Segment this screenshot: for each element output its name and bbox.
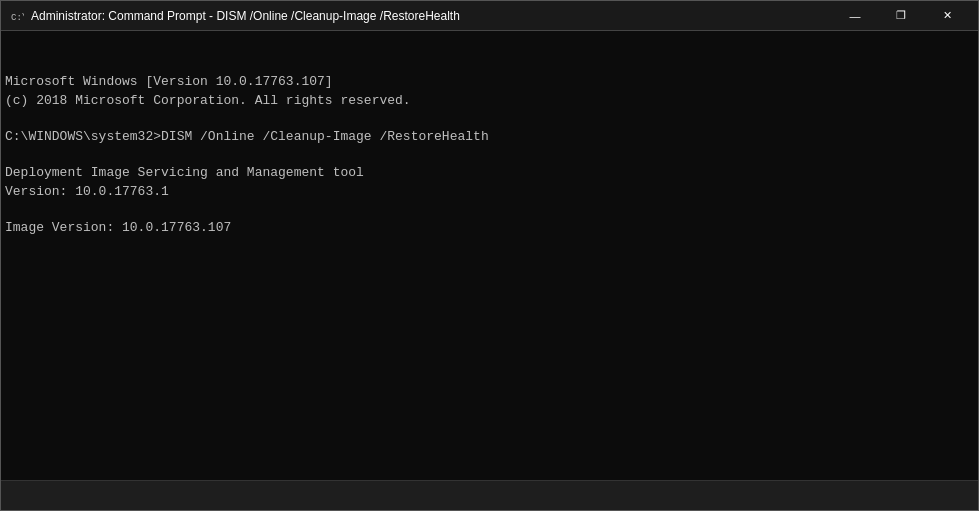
console-line <box>5 455 974 473</box>
console-line <box>5 146 974 164</box>
title-bar: C:\ Administrator: Command Prompt - DISM… <box>1 1 978 31</box>
console-output[interactable]: Microsoft Windows [Version 10.0.17763.10… <box>1 31 978 480</box>
console-line <box>5 419 974 437</box>
console-line <box>5 328 974 346</box>
console-line <box>5 110 974 128</box>
console-line <box>5 401 974 419</box>
close-button[interactable]: ✕ <box>924 1 970 31</box>
window-controls: — ❐ ✕ <box>832 1 970 31</box>
console-line <box>5 346 974 364</box>
console-line <box>5 437 974 455</box>
console-line <box>5 237 974 255</box>
cmd-icon: C:\ <box>9 8 25 24</box>
console-line <box>5 292 974 310</box>
console-line: Deployment Image Servicing and Managemen… <box>5 164 974 182</box>
taskbar <box>1 480 978 510</box>
svg-text:C:\: C:\ <box>11 13 24 23</box>
console-line: C:\WINDOWS\system32>DISM /Online /Cleanu… <box>5 128 974 146</box>
console-line: Image Version: 10.0.17763.107 <box>5 219 974 237</box>
window-title: Administrator: Command Prompt - DISM /On… <box>31 9 832 23</box>
console-line <box>5 201 974 219</box>
minimize-button[interactable]: — <box>832 1 878 31</box>
console-line <box>5 255 974 273</box>
console-line: Version: 10.0.17763.1 <box>5 183 974 201</box>
cmd-window: C:\ Administrator: Command Prompt - DISM… <box>0 0 979 511</box>
maximize-button[interactable]: ❐ <box>878 1 924 31</box>
console-line: Microsoft Windows [Version 10.0.17763.10… <box>5 73 974 91</box>
console-line <box>5 273 974 291</box>
console-line <box>5 383 974 401</box>
console-line: (c) 2018 Microsoft Corporation. All righ… <box>5 92 974 110</box>
console-line <box>5 364 974 382</box>
console-line <box>5 310 974 328</box>
